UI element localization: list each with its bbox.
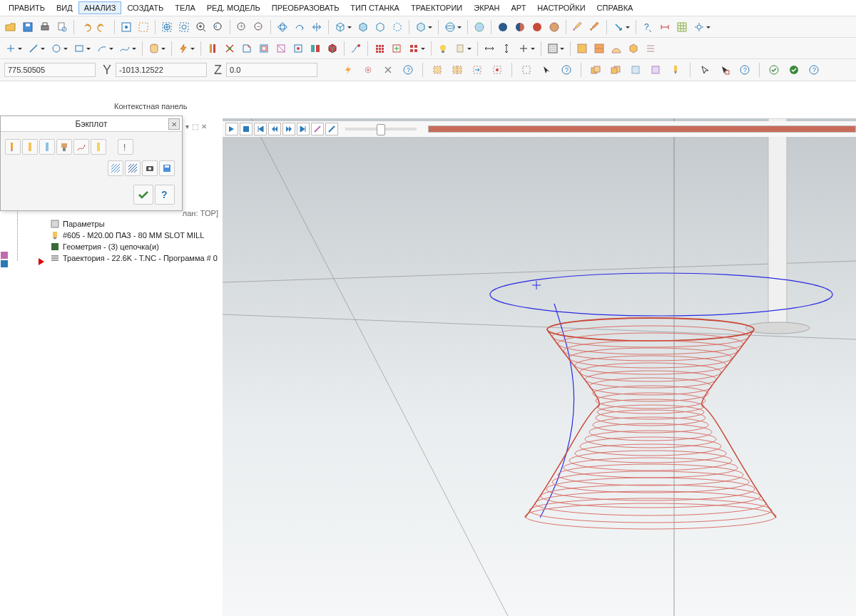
menu-toolpaths[interactable]: ТРАЕКТОРИИ [405,1,468,14]
viewport-3d[interactable] [223,118,856,616]
layer-c-icon[interactable] [628,62,643,78]
menu-machinetype[interactable]: ТИП СТАНКА [345,1,405,14]
select-swap-icon[interactable] [469,62,485,78]
menu-editmodel[interactable]: РЕД. МОДЕЛЬ [201,1,266,14]
menu-view[interactable]: ВИД [51,1,78,14]
snap-help-icon[interactable]: ? [400,62,416,78]
snap-gear-icon[interactable] [360,62,376,78]
bp-hatch-b-icon[interactable] [125,160,141,176]
zoom-window-icon[interactable] [136,19,151,35]
forward-icon[interactable] [282,123,295,135]
light-options-icon[interactable] [452,41,468,56]
light-icon[interactable] [435,41,451,56]
panel-b-icon[interactable] [591,41,607,56]
bp-tool-b-icon[interactable] [22,139,38,155]
arrow-down-icon[interactable] [611,19,626,35]
progress-bar[interactable] [428,125,856,133]
speed-slider[interactable] [345,128,417,130]
undo-icon[interactable] [78,19,93,35]
confirm2-icon[interactable] [786,62,802,78]
menu-transform[interactable]: ПРЕОБРАЗОВАТЬ [266,1,345,14]
tool-pocket-icon[interactable] [256,41,272,56]
rewind-start-icon[interactable] [254,123,267,135]
box-hidden-icon[interactable] [389,19,405,35]
tree-row-path[interactable]: Траектория - 22.6K - T.NC - Программа # … [21,252,218,264]
play-icon[interactable] [225,123,238,135]
x-input[interactable] [4,63,96,77]
cursor-icon[interactable] [539,62,554,78]
redo-icon[interactable] [95,19,111,35]
sphere-edge-icon[interactable] [546,19,562,35]
open-icon[interactable] [3,19,19,35]
menu-screen[interactable]: ЭКРАН [468,1,505,14]
sphere-blue-icon[interactable] [472,19,487,35]
trace-b-icon[interactable] [325,123,338,135]
menu-create[interactable]: СОЗДАТЬ [121,1,169,14]
pan-icon[interactable] [309,19,325,35]
point-icon[interactable] [3,41,19,56]
bp-tool-vert-icon[interactable] [91,139,106,155]
panel-a-icon[interactable] [574,41,590,56]
measure-horiz-icon[interactable] [482,41,497,56]
bp-hatch-a-icon[interactable] [108,160,123,176]
panel-box-icon[interactable] [626,41,641,56]
arc-icon[interactable] [94,41,110,56]
zoom-in-icon[interactable] [193,19,209,35]
menu-analyze[interactable]: АНАЛИЗ [78,1,122,14]
tool-contour-icon[interactable] [239,41,255,56]
select-a-icon[interactable] [429,62,445,78]
texture-icon[interactable] [545,41,561,56]
tool-b-icon[interactable] [222,41,238,56]
spline-icon[interactable] [117,41,133,56]
cursor-sel-icon[interactable] [697,62,713,78]
backplot-close-icon[interactable]: ✕ [168,118,180,130]
view-iso-icon[interactable] [413,19,429,35]
line-icon[interactable] [26,41,41,56]
tree-row-tool[interactable]: #605 - M20.00 ПАЗ - 80 MM SLOT MILL [21,230,218,241]
layer-front-icon[interactable] [588,62,603,78]
z-input[interactable] [226,63,317,77]
bp-ok-icon[interactable] [133,185,153,205]
help3-icon[interactable]: ? [806,62,822,78]
menu-settings[interactable]: НАСТРОЙКИ [531,1,591,14]
globe-wire-icon[interactable] [442,19,458,35]
bp-tool-path-icon[interactable] [73,139,89,155]
rectangle-icon[interactable] [71,41,87,56]
rotate-icon[interactable] [275,19,290,35]
save-icon[interactable] [20,19,36,35]
cursor-box-icon[interactable] [717,62,733,78]
cursor-help2-icon[interactable]: ? [737,62,753,78]
settings-gear-icon[interactable] [691,19,707,35]
panel-pin-icon[interactable]: ⬚ [192,123,198,130]
tool-cube-icon[interactable] [325,41,340,56]
sphere-half-icon[interactable] [512,19,528,35]
panel-dome-icon[interactable] [608,41,624,56]
panel-lines-icon[interactable] [643,41,658,56]
select-b-icon[interactable] [449,62,465,78]
zoom-selected-icon[interactable] [176,19,192,35]
circle-icon[interactable] [49,41,64,56]
menu-help[interactable]: СПРАВКА [591,1,639,14]
box-shaded-icon[interactable] [355,19,371,35]
print-preview-icon[interactable] [54,19,70,35]
fit-icon[interactable] [118,19,134,35]
tool-drill-icon[interactable] [290,41,306,56]
dimension-icon[interactable] [657,19,673,35]
bp-help-icon[interactable]: ? [155,185,175,205]
rewind-icon[interactable] [268,123,281,135]
print-icon[interactable] [37,19,53,35]
free-rotate-icon[interactable] [292,19,307,35]
cylinder-icon[interactable] [146,41,162,56]
bp-tool-holder-icon[interactable] [56,139,72,155]
panel-dropdown-icon[interactable]: ▾ [185,123,189,130]
bp-tool-a-icon[interactable] [5,139,21,155]
zoom-target-icon[interactable] [159,19,175,35]
array-in-icon[interactable] [389,41,404,56]
help-topic-icon[interactable]: ? [640,19,656,35]
panel-close-icon[interactable]: ✕ [201,123,207,130]
bp-save-icon[interactable] [159,160,175,176]
tree-row-geom[interactable]: Геометрия - (3) цепочка(и) [21,241,218,252]
stop-icon[interactable] [240,123,253,135]
tool-slot-icon[interactable] [273,41,289,56]
path-tangent-icon[interactable] [348,41,364,56]
